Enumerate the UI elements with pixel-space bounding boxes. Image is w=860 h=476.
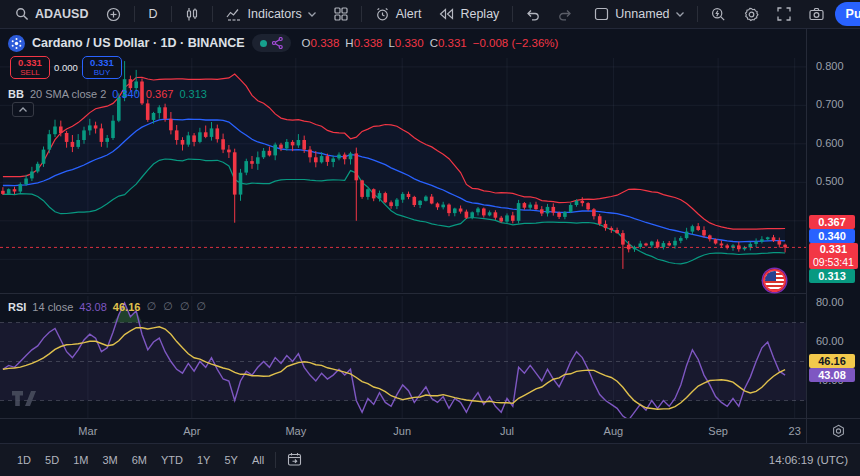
rewind-icon xyxy=(439,8,454,20)
market-status-pill[interactable] xyxy=(252,34,291,52)
candlestick-icon xyxy=(185,7,199,22)
rsi-value: 43.08 xyxy=(79,301,107,313)
tradingview-app: ADAUSD D Indicators xyxy=(0,0,860,476)
rsi-badge: 46.16 xyxy=(809,354,855,368)
chevron-down-icon xyxy=(308,12,316,17)
session-clock[interactable]: 14:06:19 (UTC) xyxy=(769,454,848,466)
toolbar-divider xyxy=(171,6,172,22)
calendar-icon xyxy=(287,452,302,466)
sell-button[interactable]: 0.331 SELL xyxy=(10,56,50,79)
publish-button[interactable]: Pub xyxy=(835,2,860,26)
gear-icon xyxy=(744,7,759,22)
chart-region: Cardano / US Dollar · 1D · BINANCE O0.33… xyxy=(0,29,860,443)
rsi-indicator-legend[interactable]: RSI 14 close 43.08 46.16 ∅ ∅ ∅ ∅ xyxy=(8,300,208,313)
undo-icon xyxy=(526,8,540,21)
tradingview-logo[interactable] xyxy=(12,391,36,411)
spread-value: 0.000 xyxy=(50,62,82,73)
compare-add-button[interactable] xyxy=(99,4,128,25)
rsi-empty-values: ∅ ∅ ∅ ∅ xyxy=(146,300,208,313)
price-badge: 0.367 xyxy=(809,215,855,229)
chevron-down-icon xyxy=(676,12,684,17)
search-icon xyxy=(15,7,29,21)
symbol-name: ADAUSD xyxy=(35,7,88,21)
pane-resize-handle[interactable] xyxy=(0,293,806,294)
time-axis-label: May xyxy=(285,425,306,437)
grid-layout-button[interactable] xyxy=(327,4,355,24)
range-1d[interactable]: 1D xyxy=(12,450,36,470)
bb-upper-value: 0.367 xyxy=(146,88,174,100)
time-axis-label: Sep xyxy=(708,425,728,437)
chart-settings-button[interactable] xyxy=(737,4,766,25)
time-axis-corner xyxy=(806,418,860,443)
bb-lower-value: 0.313 xyxy=(179,88,207,100)
bb-indicator-legend[interactable]: BB 20 SMA close 2 0.340 0.367 0.313 xyxy=(8,88,207,100)
toolbar-divider xyxy=(361,6,362,22)
price-change: −0.008 (−2.36%) xyxy=(473,37,559,49)
replay-label: Replay xyxy=(460,7,499,21)
indicators-label: Indicators xyxy=(248,7,302,21)
alert-label: Alert xyxy=(396,7,422,21)
chevron-up-icon xyxy=(19,107,27,112)
alert-button[interactable]: Alert xyxy=(368,4,429,25)
legend-collapse-button[interactable] xyxy=(12,102,34,117)
bottom-toolbar: 1D 5D 1M 3M 6M YTD 1Y 5Y All 14:06:19 (U… xyxy=(0,443,860,476)
market-open-dot-icon xyxy=(260,40,267,47)
buy-button[interactable]: 0.331 BUY xyxy=(82,56,122,79)
range-1m[interactable]: 1M xyxy=(68,450,93,470)
chart-style-button[interactable] xyxy=(178,4,206,25)
interval-value: D xyxy=(148,7,157,21)
range-6m[interactable]: 6M xyxy=(127,450,152,470)
rsi-ma-value: 46.16 xyxy=(113,301,141,313)
redo-button[interactable] xyxy=(551,5,579,24)
price-axis-tick: 0.800 xyxy=(816,60,844,73)
undo-button[interactable] xyxy=(519,5,547,24)
toolbar-divider xyxy=(212,6,213,22)
replay-button[interactable]: Replay xyxy=(432,4,506,24)
layout-square-icon xyxy=(594,7,609,21)
time-axis-label: Apr xyxy=(183,425,200,437)
plus-circle-icon xyxy=(106,7,121,22)
economic-event-marker-icon[interactable] xyxy=(763,269,786,292)
time-axis-label: 23 xyxy=(789,425,801,437)
alarm-clock-icon xyxy=(375,7,390,22)
range-1y[interactable]: 1Y xyxy=(192,450,215,470)
price-badge: 0.313 xyxy=(809,269,855,283)
redo-icon xyxy=(558,8,572,21)
rsi-axis-tick: 60.00 xyxy=(816,335,844,348)
fullscreen-button[interactable] xyxy=(770,4,798,24)
flag-canton xyxy=(765,271,776,281)
toolbar-divider xyxy=(697,6,698,22)
range-ytd[interactable]: YTD xyxy=(156,450,188,470)
symbol-title: Cardano / US Dollar · 1D · BINANCE xyxy=(32,36,245,50)
time-axis-label: Jul xyxy=(500,425,514,437)
camera-icon xyxy=(809,7,824,21)
rsi-axis-tick: 80.00 xyxy=(816,296,844,309)
range-all[interactable]: All xyxy=(247,450,269,470)
price-axis-tick: 0.500 xyxy=(816,175,844,188)
price-axis-tick: 0.700 xyxy=(816,98,844,111)
range-5d[interactable]: 5D xyxy=(40,450,64,470)
screenshot-button[interactable] xyxy=(802,4,831,24)
layout-grid-icon xyxy=(334,7,348,21)
go-to-date-button[interactable] xyxy=(282,448,307,472)
price-badge: 0.340 xyxy=(809,229,855,243)
rsi-pane-canvas[interactable] xyxy=(0,296,806,418)
quick-search-button[interactable] xyxy=(704,4,733,25)
rsi-badge: 43.08 xyxy=(809,368,855,382)
ohlc-values: O0.338 H0.338 L0.330 C0.331 −0.008 (−2.3… xyxy=(302,37,559,49)
range-5y[interactable]: 5Y xyxy=(219,450,242,470)
indicators-button[interactable]: Indicators xyxy=(219,4,323,24)
symbol-search-button[interactable]: ADAUSD xyxy=(8,4,95,24)
layout-select-button[interactable]: Unnamed xyxy=(587,4,690,24)
range-3m[interactable]: 3M xyxy=(97,450,122,470)
plot-area: Cardano / US Dollar · 1D · BINANCE O0.33… xyxy=(0,29,806,443)
trade-panel: 0.331 SELL 0.000 0.331 BUY xyxy=(10,56,122,79)
axis-settings-gear-icon[interactable] xyxy=(831,424,846,439)
toolbar-divider xyxy=(275,452,276,468)
symbol-legend[interactable]: Cardano / US Dollar · 1D · BINANCE O0.33… xyxy=(8,34,558,52)
bb-basis-value: 0.340 xyxy=(112,88,140,100)
price-axis[interactable]: 0.8000.7000.6000.50080.0060.0040.000.367… xyxy=(806,29,860,418)
time-axis-label: Aug xyxy=(604,425,624,437)
time-axis[interactable]: MarAprMayJunJulAugSep23 xyxy=(0,418,806,443)
interval-button[interactable]: D xyxy=(141,4,164,24)
